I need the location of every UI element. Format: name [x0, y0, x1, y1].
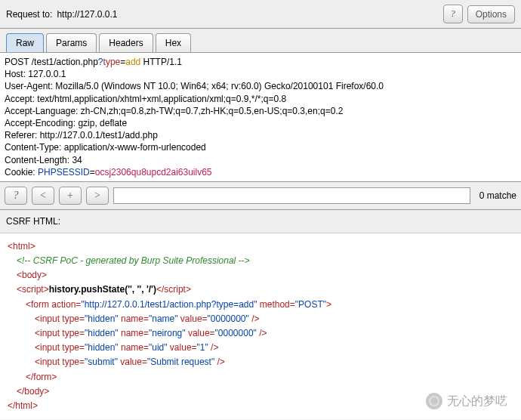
request-url: http://127.0.0.1: [57, 9, 438, 20]
request-to-label: Request to:: [6, 9, 52, 20]
poc-input-name: <input type="hidden" name="name" value="…: [8, 312, 513, 326]
raw-request-body[interactable]: POST /test1/action.php?type=add HTTP/1.1…: [0, 53, 521, 182]
tab-hex[interactable]: Hex: [156, 33, 191, 52]
request-line: POST /test1/action.php?type=add HTTP/1.1: [5, 56, 516, 68]
search-prev-button[interactable]: <: [32, 187, 54, 205]
help-button[interactable]: ?: [443, 5, 463, 23]
poc-comment: <!-- CSRF PoC - generated by Burp Suite …: [8, 254, 513, 268]
header-cookie: Cookie: PHPSESSID=ocsj2306qu8upcd2ai63ui…: [5, 166, 516, 178]
tab-raw[interactable]: Raw: [6, 33, 44, 52]
csrf-poc-html-view[interactable]: <html> <!-- CSRF PoC - generated by Burp…: [0, 233, 521, 419]
poc-input-neirong: <input type="hidden" name="neirong" valu…: [8, 326, 513, 341]
watermark: 无心的梦呓: [426, 393, 507, 409]
watermark-text: 无心的梦呓: [447, 394, 507, 409]
header-host: Host: 127.0.0.1: [5, 68, 516, 80]
header-accept: Accept: text/html,application/xhtml+xml,…: [5, 93, 516, 105]
header-accept-language: Accept-Language: zh-CN,zh;q=0.8,zh-TW;q=…: [5, 105, 516, 117]
tab-params[interactable]: Params: [46, 33, 97, 52]
request-tabs: Raw Params Headers Hex: [0, 29, 521, 53]
poc-form-open: <form action="http://127.0.0.1/test1/act…: [8, 298, 513, 312]
poc-input-uid: <input type="hidden" name="uid" value="1…: [8, 341, 513, 355]
header-content-length: Content-Length: 34: [5, 154, 516, 166]
search-matches-label: 0 matche: [475, 190, 516, 201]
header-referer: Referer: http://127.0.0.1/test1/add.php: [5, 129, 516, 141]
poc-form-close: </form>: [8, 370, 513, 384]
header-user-agent: User-Agent: Mozilla/5.0 (Windows NT 10.0…: [5, 80, 516, 92]
tab-headers[interactable]: Headers: [99, 33, 153, 52]
search-input[interactable]: [113, 187, 470, 204]
search-next-button[interactable]: >: [86, 187, 109, 205]
watermark-icon: [426, 393, 442, 409]
poc-input-submit: <input type="submit" value="Submit reque…: [8, 355, 513, 369]
request-header-bar: Request to: http://127.0.0.1 ? Options: [0, 0, 521, 29]
poc-body-open: <body>: [8, 268, 513, 283]
options-button[interactable]: Options: [467, 5, 515, 23]
csrf-html-label: CSRF HTML:: [0, 210, 521, 233]
search-bar: ? < + > 0 matche: [0, 182, 521, 210]
header-content-type: Content-Type: application/x-www-form-url…: [5, 141, 516, 153]
search-add-button[interactable]: +: [59, 187, 82, 205]
search-help-button[interactable]: ?: [5, 187, 27, 205]
poc-script-line: <script>history.pushState('', '', '/')</…: [8, 283, 513, 297]
header-accept-encoding: Accept-Encoding: gzip, deflate: [5, 117, 516, 129]
poc-html-open: <html>: [8, 239, 513, 254]
